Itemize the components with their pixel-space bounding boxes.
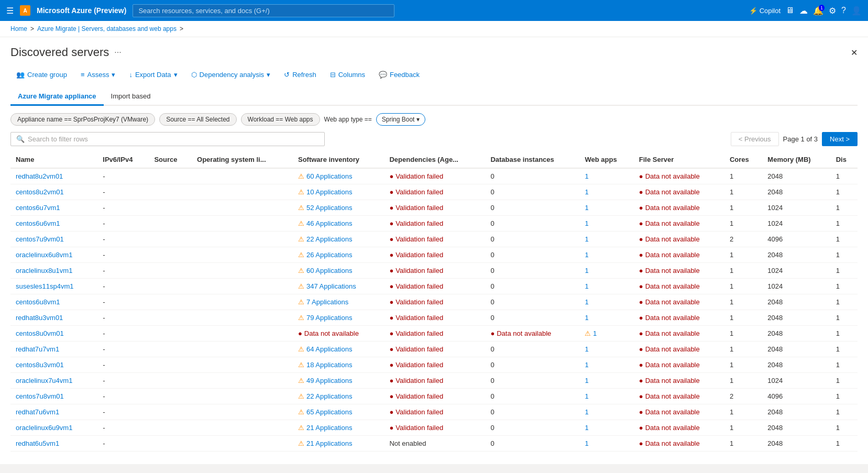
software-inv-link[interactable]: 22 Applications	[306, 392, 352, 400]
webapps-link[interactable]: 1	[585, 267, 588, 274]
assess-button[interactable]: ≡ Assess ▾	[75, 68, 122, 82]
close-button[interactable]: ✕	[851, 48, 858, 58]
software-inv-link[interactable]: 60 Applications	[306, 267, 352, 274]
webapps-link[interactable]: 1	[585, 345, 588, 353]
software-inv-link[interactable]: 46 Applications	[306, 219, 352, 227]
val-failed-icon: ●	[389, 424, 393, 432]
copilot-button[interactable]: ⚡ Copilot	[749, 7, 781, 15]
feedback-button[interactable]: 💬 Feedback	[373, 68, 425, 82]
col-fileserver: File Server	[634, 151, 724, 168]
gear-icon[interactable]: ⚙	[829, 6, 836, 16]
webapps-link[interactable]: 1	[585, 439, 588, 447]
webapps-link[interactable]: 1	[585, 282, 588, 290]
tab-azure-migrate-appliance[interactable]: Azure Migrate appliance	[10, 88, 104, 106]
table-row: centos6u6vm1-⚠ 46 Applications● Validati…	[10, 216, 858, 232]
filter-appliance-name[interactable]: Appliance name == SprPosProjKey7 (VMware…	[10, 113, 155, 126]
server-name-link[interactable]: centos7u9vm01	[16, 235, 64, 243]
bell-icon[interactable]: 🔔1	[813, 6, 823, 16]
breadcrumb-migrate[interactable]: Azure Migrate | Servers, databases and w…	[37, 25, 177, 32]
cell-software: ⚠ 46 Applications	[293, 216, 384, 232]
filter-workload[interactable]: Workload == Web apps	[241, 113, 320, 126]
software-inv-link[interactable]: 65 Applications	[306, 408, 352, 416]
server-name-link[interactable]: redhat7u7vm1	[16, 345, 59, 353]
hamburger-menu[interactable]: ☰	[6, 6, 14, 16]
software-inv-link[interactable]: 64 Applications	[306, 345, 352, 353]
azure-logo: A	[20, 5, 30, 16]
warn-triangle-icon: ⚠	[298, 188, 304, 196]
cell-memory: 1024	[762, 263, 830, 279]
export-data-button[interactable]: ↓ Export Data ▾	[123, 68, 183, 82]
cell-dis: 1	[831, 357, 858, 373]
db-error-icon: ●	[490, 329, 495, 337]
create-group-button[interactable]: 👥 Create group	[10, 68, 73, 82]
webapps-link[interactable]: 1	[585, 251, 588, 259]
webapps-link[interactable]: 1	[585, 298, 588, 306]
webapps-link[interactable]: 1	[585, 188, 588, 196]
server-name-link[interactable]: centos8u2vm01	[16, 188, 64, 196]
tab-import-based[interactable]: Import based	[104, 88, 158, 106]
server-name-link[interactable]: redhat7u6vm1	[16, 408, 59, 416]
cell-fileserver: ● Data not available	[634, 168, 724, 184]
software-inv-link[interactable]: 60 Applications	[306, 172, 352, 180]
webapps-link[interactable]: 1	[585, 219, 588, 227]
software-inv-link[interactable]: 18 Applications	[306, 361, 352, 369]
server-name-link[interactable]: centos6u6vm1	[16, 219, 60, 227]
software-inv-link[interactable]: 10 Applications	[306, 188, 352, 196]
software-inv-link[interactable]: 21 Applications	[306, 424, 352, 432]
webapps-link[interactable]: 1	[585, 235, 588, 243]
cell-dependencies: ● Validation failed	[384, 216, 485, 232]
dependency-analysis-button[interactable]: ⬡ Dependency analysis ▾	[185, 68, 277, 82]
warn-triangle-icon: ⚠	[298, 314, 304, 322]
server-name-link[interactable]: oraclelinux6u8vm1	[16, 251, 72, 259]
server-name-link[interactable]: centos6u7vm1	[16, 204, 60, 212]
search-box[interactable]: 🔍 Search to filter rows	[10, 132, 325, 146]
webapps-link[interactable]: 1	[585, 377, 588, 384]
server-name-link[interactable]: redhat6u5vm1	[16, 439, 59, 447]
server-name-link[interactable]: redhat8u3vm01	[16, 314, 63, 322]
server-name-link[interactable]: redhat8u2vm01	[16, 172, 63, 180]
webapps-link[interactable]: 1	[585, 314, 588, 322]
server-name-link[interactable]: oraclelinux8u1vm1	[16, 267, 72, 274]
software-inv-link[interactable]: 52 Applications	[306, 204, 352, 212]
fs-error-icon: ●	[639, 424, 643, 432]
columns-button[interactable]: ⊟ Columns	[324, 68, 371, 82]
software-inv-link[interactable]: 22 Applications	[306, 235, 352, 243]
software-inv-link[interactable]: 7 Applications	[306, 298, 348, 306]
filter-webapp-type-dropdown[interactable]: Spring Boot ▾	[376, 113, 426, 126]
webapps-link[interactable]: 1	[585, 361, 588, 369]
monitor-icon[interactable]: 🖥	[786, 6, 794, 15]
server-name-link[interactable]: centos6u8vm1	[16, 298, 60, 306]
server-name-link[interactable]: centos8u0vm01	[16, 329, 64, 337]
software-inv-link[interactable]: 26 Applications	[306, 251, 352, 259]
global-search-input[interactable]	[133, 4, 394, 17]
filter-source[interactable]: Source == All Selected	[159, 113, 236, 126]
server-name-link[interactable]: centos8u3vm01	[16, 361, 64, 369]
next-button[interactable]: Next >	[822, 132, 858, 146]
software-inv-link[interactable]: 347 Applications	[306, 282, 356, 290]
software-inv-link[interactable]: 21 Applications	[306, 439, 352, 447]
webapps-link[interactable]: 1	[593, 329, 597, 337]
cell-name: centos7u9vm01	[10, 232, 97, 247]
server-name-link[interactable]: susesles11sp4vm1	[16, 282, 74, 290]
webapps-link[interactable]: 1	[585, 392, 588, 400]
user-icon[interactable]: 👤	[851, 6, 862, 16]
software-inv-link[interactable]: 79 Applications	[306, 314, 352, 322]
cell-dis: 1	[831, 168, 858, 184]
page-title: Discovered servers	[10, 46, 109, 59]
page-more-button[interactable]: ···	[114, 48, 121, 57]
server-name-link[interactable]: oraclelinux7u4vm1	[16, 377, 72, 384]
refresh-button[interactable]: ↺ Refresh	[278, 68, 322, 82]
software-inv-link[interactable]: 49 Applications	[306, 377, 352, 384]
webapps-link[interactable]: 1	[585, 408, 588, 416]
previous-button[interactable]: < Previous	[731, 132, 779, 146]
webapps-link[interactable]: 1	[585, 172, 588, 180]
cell-cores: 1	[724, 184, 762, 200]
feedback-icon: 💬	[379, 71, 387, 79]
help-icon[interactable]: ?	[841, 6, 846, 15]
server-name-link[interactable]: centos7u8vm01	[16, 392, 64, 400]
server-name-link[interactable]: oraclelinux6u9vm1	[16, 424, 72, 432]
webapps-link[interactable]: 1	[585, 424, 588, 432]
breadcrumb-home[interactable]: Home	[10, 25, 27, 32]
cloud-upload-icon[interactable]: ☁	[799, 6, 808, 16]
webapps-link[interactable]: 1	[585, 204, 588, 212]
